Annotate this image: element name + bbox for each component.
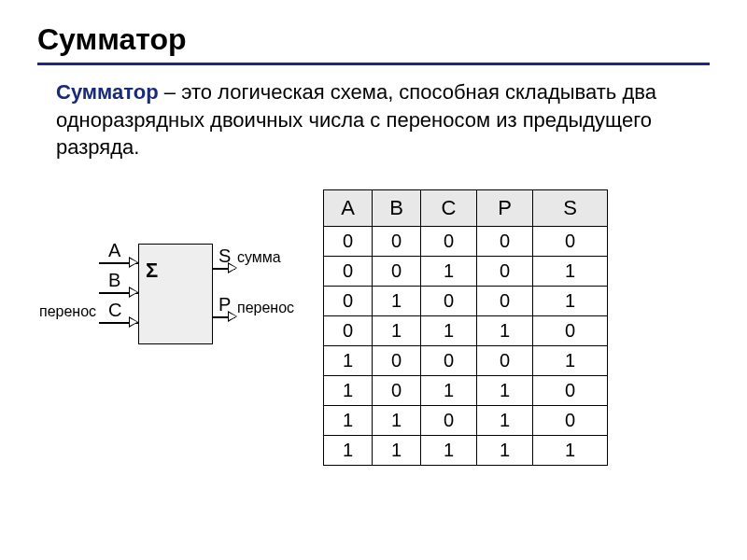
table-cell: 1	[533, 257, 608, 287]
table-cell: 0	[324, 287, 373, 316]
table-cell: 1	[421, 316, 477, 346]
table-cell: 0	[421, 227, 477, 257]
input-c-label: C	[108, 300, 121, 321]
table-cell: 1	[533, 346, 608, 376]
table-cell: 1	[477, 436, 533, 466]
table-cell: 0	[533, 316, 608, 346]
table-cell: 0	[421, 287, 477, 316]
definition-text: Сумматор – это логическая схема, способн…	[37, 78, 710, 161]
table-cell: 0	[477, 257, 533, 287]
output-p-label: P	[218, 294, 231, 315]
table-cell: 1	[477, 376, 533, 406]
table-cell: 1	[324, 436, 373, 466]
table-row: 00101	[324, 257, 608, 287]
table-cell: 1	[477, 316, 533, 346]
table-cell: 0	[373, 346, 421, 376]
table-cell: 0	[533, 406, 608, 436]
table-cell: 1	[421, 257, 477, 287]
sigma-symbol: Σ	[146, 259, 158, 283]
table-cell: 1	[373, 436, 421, 466]
definition-term: Сумматор	[56, 80, 159, 104]
table-cell: 0	[373, 227, 421, 257]
arrow-input-c	[129, 316, 138, 328]
table-cell: 0	[421, 346, 477, 376]
table-cell: 0	[324, 257, 373, 287]
table-cell: 1	[533, 287, 608, 316]
table-row: 11010	[324, 406, 608, 436]
table-cell: 0	[373, 257, 421, 287]
adder-block-diagram: Σ A B перенос C S сумма P перенос	[45, 227, 297, 367]
table-row: 11111	[324, 436, 608, 466]
arrow-input-b	[129, 287, 138, 298]
table-cell: 1	[373, 406, 421, 436]
sum-caption: сумма	[237, 249, 281, 266]
truth-table: A B C P S 000000010101001011101000110110…	[323, 189, 608, 466]
table-row: 00000	[324, 227, 608, 257]
table-cell: 0	[421, 406, 477, 436]
table-cell: 1	[477, 406, 533, 436]
table-cell: 0	[477, 287, 533, 316]
page-title: Сумматор	[37, 22, 710, 65]
table-cell: 1	[373, 316, 421, 346]
table-row: 01001	[324, 287, 608, 316]
table-cell: 0	[324, 316, 373, 346]
table-cell: 1	[421, 376, 477, 406]
table-cell: 0	[533, 376, 608, 406]
input-a-label: A	[108, 240, 120, 261]
col-header-a: A	[324, 190, 373, 227]
table-cell: 0	[533, 227, 608, 257]
table-cell: 1	[324, 376, 373, 406]
output-carry-caption: перенос	[237, 300, 294, 316]
table-cell: 1	[373, 287, 421, 316]
col-header-c: C	[421, 190, 477, 227]
table-cell: 1	[533, 436, 608, 466]
input-carry-caption: перенос	[39, 303, 96, 320]
col-header-p: P	[477, 190, 533, 227]
output-s-label: S	[218, 245, 231, 267]
table-row: 10110	[324, 376, 608, 406]
input-b-label: B	[108, 270, 120, 291]
table-cell: 1	[421, 436, 477, 466]
table-row: 10001	[324, 346, 608, 376]
truth-table-header-row: A B C P S	[324, 190, 608, 227]
table-row: 01110	[324, 316, 608, 346]
table-cell: 0	[324, 227, 373, 257]
table-cell: 0	[373, 376, 421, 406]
table-cell: 0	[477, 227, 533, 257]
col-header-b: B	[373, 190, 421, 227]
table-cell: 1	[324, 406, 373, 436]
arrow-input-a	[129, 257, 138, 268]
table-cell: 1	[324, 346, 373, 376]
col-header-s: S	[533, 190, 608, 227]
table-cell: 0	[477, 346, 533, 376]
